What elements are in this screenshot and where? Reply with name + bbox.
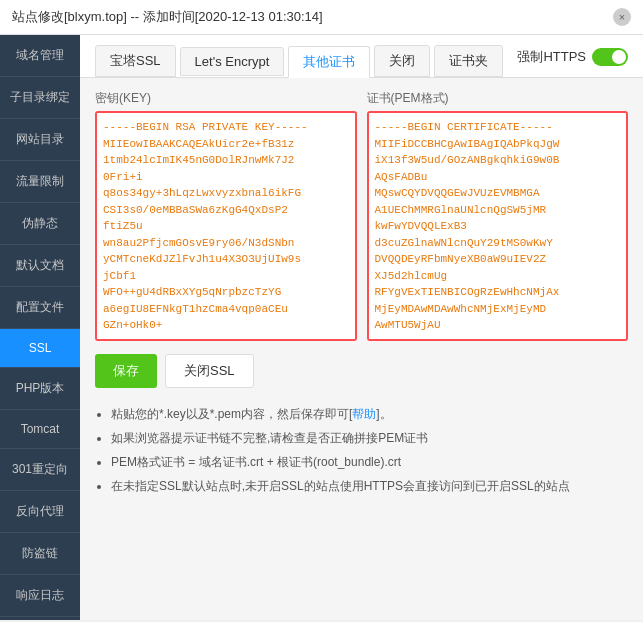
tip-item-0: 粘贴您的*.key以及*.pem内容，然后保存即可[帮助]。 (111, 402, 628, 426)
sidebar-item-ssl[interactable]: SSL (0, 329, 80, 368)
sidebar-item-phpver[interactable]: PHP版本 (0, 368, 80, 410)
force-https-label: 强制HTTPS (517, 48, 586, 66)
tip-item-2: PEM格式证书 = 域名证书.crt + 根证书(root_bundle).cr… (111, 450, 628, 474)
tab-certfile[interactable]: 证书夹 (434, 45, 503, 77)
key-textarea[interactable] (95, 111, 357, 341)
sidebar-item-accesslog[interactable]: 响应日志 (0, 575, 80, 617)
sidebar-item-config[interactable]: 配置文件 (0, 287, 80, 329)
tip-link-0[interactable]: 帮助 (352, 407, 376, 421)
cert-panel: 证书(PEM格式) (367, 90, 629, 344)
sidebar-item-redirect[interactable]: 301重定向 (0, 449, 80, 491)
close-icon[interactable]: × (613, 8, 631, 26)
title-bar: 站点修改[blxym.top] -- 添加时间[2020-12-13 01:30… (0, 0, 643, 35)
sidebar-item-subdir[interactable]: 子目录绑定 (0, 77, 80, 119)
sidebar-item-reverseproxy[interactable]: 反向代理 (0, 491, 80, 533)
https-toggle[interactable] (592, 48, 628, 66)
sidebar-item-tomcat[interactable]: Tomcat (0, 410, 80, 449)
force-https-toggle: 强制HTTPS (517, 48, 628, 74)
save-button[interactable]: 保存 (95, 354, 157, 388)
sidebar-item-domain[interactable]: 域名管理 (0, 35, 80, 77)
main-content: 宝塔SSLLet's Encrypt其他证书关闭证书夹 强制HTTPS 密钥(K… (80, 35, 643, 620)
tip-item-1: 如果浏览器提示证书链不完整,请检查是否正确拼接PEM证书 (111, 426, 628, 450)
tips-list: 粘贴您的*.key以及*.pem内容，然后保存即可[帮助]。如果浏览器提示证书链… (95, 402, 628, 498)
tab-close[interactable]: 关闭 (374, 45, 430, 77)
sidebar-item-defaultdoc[interactable]: 默认文档 (0, 245, 80, 287)
tab-baota[interactable]: 宝塔SSL (95, 45, 176, 77)
sidebar-item-traffic[interactable]: 流量限制 (0, 161, 80, 203)
key-panel-label: 密钥(KEY) (95, 90, 357, 107)
sidebar-item-hotlink[interactable]: 防盗链 (0, 533, 80, 575)
tabs-bar: 宝塔SSLLet's Encrypt其他证书关闭证书夹 强制HTTPS (80, 35, 643, 78)
tip-item-3: 在未指定SSL默认站点时,未开启SSL的站点使用HTTPS会直接访问到已开启SS… (111, 474, 628, 498)
cert-textarea[interactable] (367, 111, 629, 341)
tab-letsencrypt[interactable]: Let's Encrypt (180, 47, 285, 76)
tab-othercert[interactable]: 其他证书 (288, 46, 370, 78)
title-text: 站点修改[blxym.top] -- 添加时间[2020-12-13 01:30… (12, 8, 323, 26)
sidebar: 域名管理子目录绑定网站目录流量限制伪静态默认文档配置文件SSLPHP版本Tomc… (0, 35, 80, 620)
cert-panel-label: 证书(PEM格式) (367, 90, 629, 107)
close-ssl-button[interactable]: 关闭SSL (165, 354, 254, 388)
sidebar-item-static[interactable]: 伪静态 (0, 203, 80, 245)
sidebar-item-sitelist[interactable]: 网站目录 (0, 119, 80, 161)
key-panel: 密钥(KEY) (95, 90, 357, 344)
